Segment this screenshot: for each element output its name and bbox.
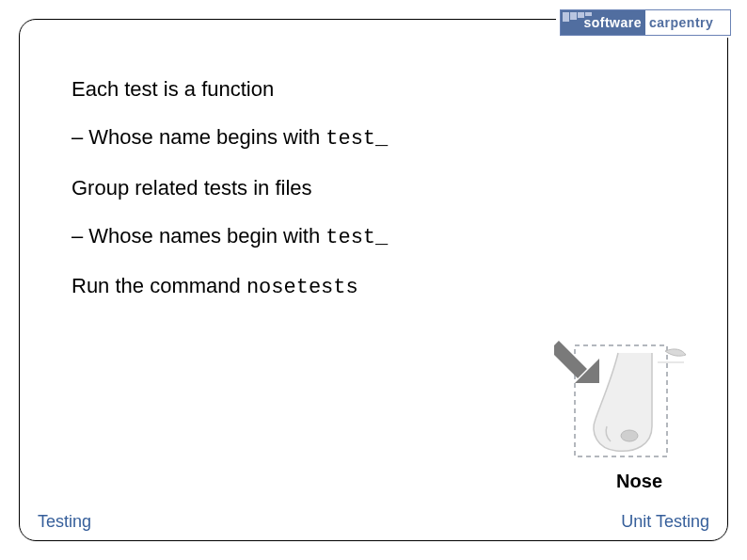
slide-content: Each test is a function – Whose name beg… [72,77,691,324]
bullet-5-text: Run the command [72,274,246,297]
bullet-4-text: – Whose names begin with [72,224,326,248]
footer-right: Unit Testing [621,512,709,532]
svg-line-2 [554,345,582,374]
bullet-2-text: – Whose name begins with [72,125,326,149]
software-carpentry-logo: software carpentry [560,9,731,36]
logo-container: software carpentry [556,9,735,38]
bullet-2-code: test_ [326,127,388,151]
bullet-5: Run the command nosetests [72,274,691,299]
slide: software carpentry Each test is a functi… [0,0,747,560]
bullet-5-code: nosetests [246,276,358,299]
logo-accent [563,12,600,22]
logo-left: software [561,10,645,35]
nose-figure [554,325,691,471]
bullet-2: – Whose name begins with test_ [72,125,691,151]
arrow-icon [554,345,599,383]
logo-right: carpentry [645,10,730,35]
footer-left: Testing [38,512,91,532]
bullet-1: Each test is a function [72,77,691,101]
bullet-4-code: test_ [326,226,388,249]
bullet-3: Group related tests in files [72,176,691,200]
svg-point-1 [621,430,638,441]
logo-right-word: carpentry [649,16,713,29]
figure-caption: Nose [616,471,662,492]
bullet-4: – Whose names begin with test_ [72,224,691,249]
